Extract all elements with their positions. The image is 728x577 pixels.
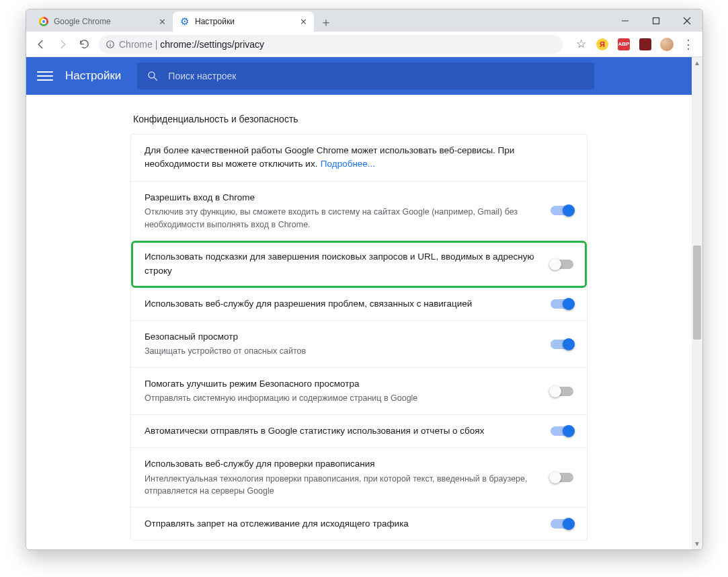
window-controls (610, 9, 702, 32)
setting-title: Автоматически отправлять в Google статис… (145, 424, 540, 438)
toolbar: Chrome | chrome://settings/privacy ☆ Я A… (26, 32, 702, 57)
tab-label: Google Chrome (54, 17, 111, 26)
setting-row: Разрешить вход в ChromeОтключив эту функ… (131, 182, 587, 241)
menu-icon[interactable] (37, 68, 53, 84)
back-button[interactable] (30, 34, 52, 55)
chrome-icon (38, 17, 48, 27)
close-icon[interactable]: ✕ (159, 17, 166, 27)
setting-title: Отправлять запрет на отслеживание для ис… (145, 517, 540, 531)
site-info-icon[interactable] (106, 40, 115, 49)
setting-title: Использовать веб-службу для разрешения п… (145, 297, 540, 311)
abp-extension-icon[interactable]: ABP (614, 34, 634, 54)
settings-search[interactable] (137, 63, 594, 89)
setting-row: Отправлять запрет на отслеживание для ис… (131, 508, 587, 540)
settings-body: Конфиденциальность и безопасность Для бо… (26, 95, 692, 549)
svg-point-7 (149, 72, 155, 78)
toggle-switch[interactable] (551, 426, 573, 436)
toggle-switch[interactable] (551, 340, 573, 349)
setting-subtitle: Защищать устройство от опасных сайтов (145, 345, 540, 358)
toggle-switch[interactable] (551, 387, 573, 396)
titlebar: Google Chrome ✕ ⚙ Настройки ✕ ＋ (26, 9, 702, 32)
svg-rect-1 (653, 17, 659, 24)
ublock-extension-icon[interactable] (635, 34, 655, 54)
setting-row: Помогать улучшить режим Безопасного прос… (131, 368, 587, 415)
close-window-button[interactable] (672, 9, 702, 32)
toggle-switch[interactable] (551, 299, 573, 309)
settings-card: Для более качественной работы Google Chr… (130, 134, 588, 541)
bookmark-star-icon[interactable]: ☆ (571, 34, 591, 54)
maximize-button[interactable] (641, 9, 672, 32)
scroll-thumb[interactable] (693, 245, 701, 340)
tab-label: Настройки (195, 17, 235, 26)
search-icon (147, 70, 159, 82)
svg-point-5 (110, 42, 110, 43)
content-viewport: Настройки Конфиденциальность и безопасно… (26, 57, 702, 549)
setting-row: Использовать подсказки для завершения по… (131, 241, 587, 288)
tab-google-chrome[interactable]: Google Chrome ✕ (32, 11, 173, 32)
forward-button[interactable] (52, 34, 73, 55)
toggle-switch[interactable] (551, 260, 573, 269)
toolbar-actions: ☆ Я ABP ⋮ (571, 34, 698, 54)
scroll-up-icon[interactable]: ▲ (692, 57, 702, 69)
address-bar[interactable]: Chrome | chrome://settings/privacy (99, 35, 563, 54)
setting-subtitle: Отправлять системную информацию и содерж… (145, 392, 540, 405)
url-scheme: Chrome (119, 39, 153, 50)
setting-title: Разрешить вход в Chrome (145, 191, 540, 204)
menu-button[interactable]: ⋮ (678, 37, 698, 52)
close-icon[interactable]: ✕ (300, 17, 307, 27)
toggle-switch[interactable] (551, 473, 573, 482)
search-input[interactable] (168, 71, 585, 81)
new-tab-button[interactable]: ＋ (317, 13, 335, 32)
settings-page: Настройки Конфиденциальность и безопасно… (26, 57, 692, 549)
setting-title: Использовать веб-службу для проверки пра… (145, 457, 540, 471)
page-title: Настройки (65, 69, 121, 83)
svg-line-8 (155, 77, 158, 81)
tab-settings[interactable]: ⚙ Настройки ✕ (173, 11, 314, 32)
setting-row: Использовать веб-службу для разрешения п… (131, 288, 587, 321)
tab-strip: Google Chrome ✕ ⚙ Настройки ✕ ＋ (26, 9, 610, 32)
settings-header: Настройки (26, 57, 692, 95)
setting-title: Безопасный просмотр (145, 330, 540, 344)
intro-row: Для более качественной работы Google Chr… (131, 134, 587, 182)
profile-avatar[interactable] (657, 34, 677, 54)
setting-subtitle: Отключив эту функцию, вы сможете входить… (145, 206, 540, 231)
url-text: chrome://settings/privacy (160, 39, 264, 50)
reload-button[interactable] (73, 34, 95, 55)
privacy-section: Конфиденциальность и безопасность Для бо… (130, 114, 588, 541)
yandex-extension-icon[interactable]: Я (592, 34, 612, 54)
setting-title: Использовать подсказки для завершения по… (145, 250, 540, 278)
setting-row: Использовать веб-службу для проверки пра… (131, 448, 587, 508)
minimize-button[interactable] (610, 9, 641, 32)
setting-subtitle: Интеллектуальная технология проверки пра… (145, 473, 540, 498)
browser-window: Google Chrome ✕ ⚙ Настройки ✕ ＋ Chrome |… (26, 9, 703, 550)
toggle-switch[interactable] (551, 206, 573, 215)
gear-icon: ⚙ (179, 17, 190, 27)
learn-more-link[interactable]: Подробнее... (321, 159, 375, 169)
scrollbar[interactable]: ▲ ▼ (692, 57, 702, 549)
scroll-down-icon[interactable]: ▼ (692, 538, 702, 549)
section-title: Конфиденциальность и безопасность (130, 114, 588, 134)
setting-title: Помогать улучшить режим Безопасного прос… (145, 377, 540, 391)
setting-row: Автоматически отправлять в Google статис… (131, 415, 587, 448)
setting-row: Безопасный просмотрЗащищать устройство о… (131, 321, 587, 368)
toggle-switch[interactable] (551, 519, 573, 529)
